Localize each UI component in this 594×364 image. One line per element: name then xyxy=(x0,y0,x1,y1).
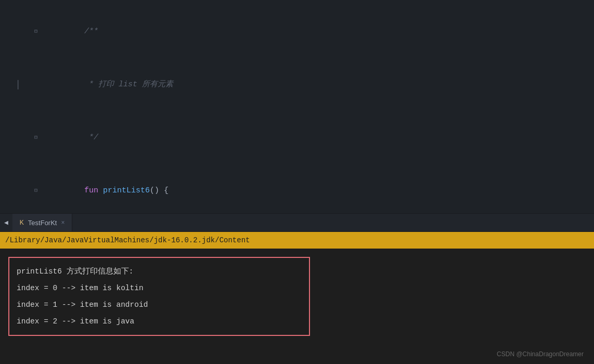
bottom-section: ◀ K TestForKt × /Library/Java/JavaVirtua… xyxy=(0,213,594,364)
comment-text: /** xyxy=(84,27,98,36)
console-line-0: printList6 方式打印信息如下: xyxy=(17,263,302,280)
jvm-bar: /Library/Java/JavaVirtualMachines/jdk-16… xyxy=(0,232,594,249)
comment-text: * 打印 list 所有元素 xyxy=(84,80,173,89)
tab-bar: ◀ K TestForKt × xyxy=(0,213,594,232)
console-line-1: index = 0 --> item is koltin xyxy=(17,280,302,296)
code-line-fun: ⊟ fun printList6() { xyxy=(0,164,594,213)
tab-item-testforkt[interactable]: K TestForKt × xyxy=(12,214,73,231)
fold-icon[interactable]: ⊟ xyxy=(34,129,37,147)
code-line-comment-open: ⊟ /** xyxy=(0,5,594,58)
line-gutter: ⊟ xyxy=(0,182,42,200)
editor-area: ⊟ /** │ * 打印 list 所有元素 ⊟ */ xyxy=(0,0,594,213)
watermark: CSDN @ChinaDragonDreamer xyxy=(497,350,584,358)
tab-close-button[interactable]: × xyxy=(61,219,64,226)
paren-open: ( xyxy=(150,186,154,195)
tab-file-icon: K xyxy=(20,219,24,226)
fold-icon[interactable]: ⊟ xyxy=(34,23,37,41)
line-content: * 打印 list 所有元素 xyxy=(42,58,594,111)
jvm-path: /Library/Java/JavaVirtualMachines/jdk-16… xyxy=(5,236,250,244)
code-line-comment-close: ⊟ */ xyxy=(0,111,594,164)
kw-fun: fun xyxy=(84,186,103,195)
console-area: printList6 方式打印信息如下: index = 0 --> item … xyxy=(0,249,594,364)
line-gutter: ⊟ xyxy=(0,129,42,147)
line-content: */ xyxy=(42,111,594,164)
code-block: ⊟ /** │ * 打印 list 所有元素 ⊟ */ xyxy=(0,0,594,213)
comment-text: */ xyxy=(84,133,98,142)
console-border-box: printList6 方式打印信息如下: index = 0 --> item … xyxy=(8,257,310,336)
fold-icon[interactable]: ⊟ xyxy=(34,182,37,200)
tab-label: TestForKt xyxy=(28,219,57,227)
gutter-bar: │ xyxy=(16,76,21,94)
console-line-3: index = 2 --> item is java xyxy=(17,313,302,330)
code-line-comment-body: │ * 打印 list 所有元素 xyxy=(0,58,594,111)
line-content: fun printList6() { xyxy=(42,164,594,213)
fn-name: printList6 xyxy=(103,186,150,195)
console-line-2: index = 1 --> item is android xyxy=(17,296,302,313)
line-gutter: ⊟ xyxy=(0,23,42,41)
paren-close: ) { xyxy=(154,186,169,195)
tab-arrow-icon: ◀ xyxy=(0,218,12,227)
line-content: /** xyxy=(42,5,594,58)
